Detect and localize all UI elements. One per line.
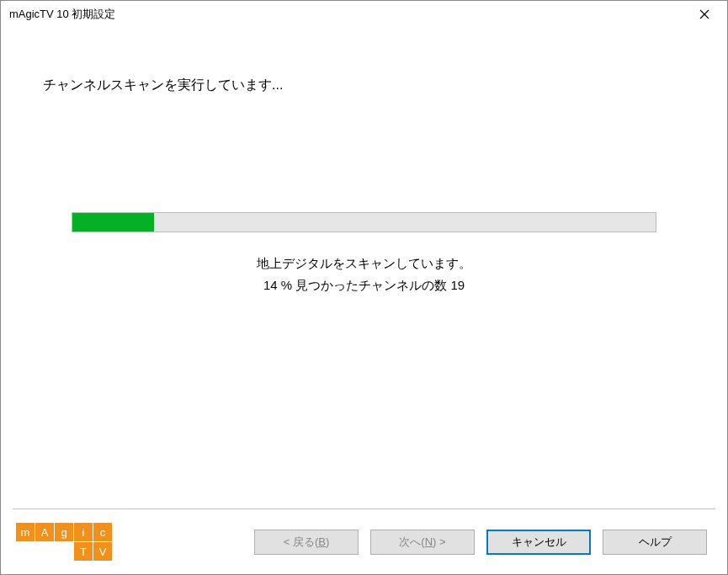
next-button: 次へ(N) > [370, 530, 475, 555]
logo-cell: m [16, 523, 35, 541]
titlebar: mAgicTV 10 初期設定 [1, 1, 727, 28]
progress-container: 地上デジタルをスキャンしています。 14 % 見つかったチャンネルの数 19 [43, 212, 685, 295]
logo-cell: V [93, 542, 112, 561]
logo-cell: T [74, 542, 93, 561]
button-row: < 戻る(B) 次へ(N) > キャンセル ヘルプ [254, 530, 707, 555]
back-button: < 戻る(B) [254, 530, 359, 555]
footer: m A g i c T V < 戻る(B) 次へ(N) > キャンセル ヘルプ [13, 508, 715, 574]
progress-bar [72, 212, 656, 232]
status-text: 地上デジタルをスキャンしています。 14 % 見つかったチャンネルの数 19 [72, 253, 656, 295]
page-heading: チャンネルスキャンを実行しています... [43, 77, 685, 94]
logo-row-2: T V [16, 542, 112, 561]
cancel-button[interactable]: キャンセル [486, 530, 591, 555]
logo-cell: A [35, 523, 54, 541]
logo-cell: i [74, 523, 93, 541]
status-line-2: 14 % 見つかったチャンネルの数 19 [72, 274, 656, 296]
close-button[interactable] [685, 3, 724, 26]
logo: m A g i c T V [16, 523, 112, 561]
window-title: mAgicTV 10 初期設定 [9, 7, 115, 22]
logo-row-1: m A g i c [16, 523, 112, 541]
status-line-1: 地上デジタルをスキャンしています。 [72, 253, 656, 274]
logo-cell: g [55, 523, 73, 541]
progress-fill [72, 213, 154, 232]
close-icon [699, 9, 709, 19]
content-area: チャンネルスキャンを実行しています... 地上デジタルをスキャンしています。 1… [1, 28, 727, 508]
logo-cell: c [93, 523, 112, 541]
help-button[interactable]: ヘルプ [603, 530, 707, 555]
